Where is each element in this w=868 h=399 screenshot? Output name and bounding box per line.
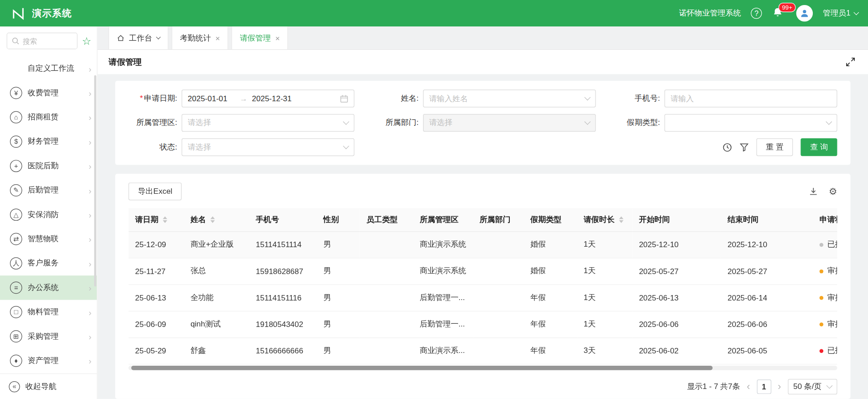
sidebar-item[interactable]: △安保消防› [0,202,97,227]
column-header-name[interactable]: 姓名 [184,208,249,231]
query-button[interactable]: 查 询 [801,138,837,156]
column-header-duration[interactable]: 请假时长 [577,208,632,231]
tab-leave-management[interactable]: 请假管理 × [231,26,288,49]
download-icon[interactable] [809,187,817,196]
cell-phone: 15114151116 [249,285,317,311]
cell-duration: 1天 [577,258,632,284]
table-row[interactable]: 25-06-09qinh测试19180543402男后勤管理一...年假1天20… [128,311,837,337]
scrollbar-thumb[interactable] [131,365,712,370]
cell-emp_type [360,337,413,364]
sidebar-item-label: 客户服务 [28,259,83,269]
status-dot [820,243,823,246]
table-row[interactable]: 25-06-13全功能15114151116男后勤管理一...年假1天2025-… [128,285,837,311]
avatar[interactable] [796,5,813,21]
cell-gender: 男 [317,311,360,337]
name-input[interactable] [429,94,582,103]
chevron-down-icon [343,119,349,125]
sidebar-item[interactable]: 自定义工作流› [0,57,97,81]
filter-funnel-icon[interactable] [740,143,748,151]
tab-attendance[interactable]: 考勤统计 × [172,26,228,49]
sidebar-item[interactable]: ⊞采购管理› [0,324,97,348]
sidebar-item-label: 物料管理 [28,307,83,317]
fee-icon: ¥ [10,87,22,99]
phone-input[interactable] [670,94,831,103]
start-date-input[interactable] [188,94,235,103]
page-title: 请假管理 [109,57,142,67]
leave-type-select[interactable] [664,114,837,132]
notifications-button[interactable]: 99+ [772,7,787,20]
name-select[interactable] [423,90,596,108]
cell-duration: 3天 [577,337,632,364]
sidebar-item[interactable]: ¥收费管理› [0,81,97,105]
sidebar-item[interactable]: ⇄智慧物联› [0,227,97,251]
close-icon[interactable]: × [215,34,220,42]
close-icon[interactable]: × [275,34,280,42]
prev-page-button[interactable]: ‹ [746,382,751,392]
cell-phone: 15114151114 [249,231,317,258]
column-header-date[interactable]: 请日期 [128,208,183,231]
area-select[interactable]: 请选择 [182,114,355,132]
department-select[interactable]: 请选择 [423,114,596,132]
app-title: 演示系统 [32,7,72,20]
settings-icon[interactable]: ⚙ [829,187,837,196]
tab-label: 考勤统计 [180,33,211,43]
sidebar-item[interactable]: ✎后勤管理› [0,178,97,202]
sidebar-item-label: 资产管理 [28,356,83,366]
sidebar-item[interactable]: $财务管理› [0,130,97,154]
sidebar-item[interactable]: ⌂招商租赁› [0,105,97,130]
cell-duration: 1天 [577,311,632,337]
sidebar-item[interactable]: 人客户服务› [0,251,97,275]
current-page-button[interactable]: 1 [757,379,771,394]
sort-icon[interactable] [619,216,623,223]
end-date-input[interactable] [252,94,299,103]
table-toolbar: 导出Excel ⚙ [128,182,837,200]
column-header-start: 开始时间 [633,208,721,231]
tab-workbench[interactable]: 工作台 [109,26,168,49]
sidebar-item[interactable]: ♦资产管理› [0,348,97,373]
column-label: 开始时间 [639,214,670,224]
table-row[interactable]: 25-12-09商业+企业版15114151114男商业演示系统婚假1天2025… [128,231,837,258]
sort-icon[interactable] [210,216,215,223]
horizontal-scrollbar[interactable] [128,365,837,370]
date-range-picker[interactable]: → [182,90,355,108]
sort-icon[interactable] [163,216,167,223]
sidebar-scrollbar[interactable] [94,75,96,286]
field-label: 申请日期: [144,93,178,102]
cell-gender: 男 [317,337,360,364]
leasing-icon: ⌂ [10,111,22,124]
cell-phone: 19180543402 [249,311,317,337]
cell-duration: 1天 [577,231,632,258]
page-size-select[interactable]: 50 条/页 [788,379,837,394]
help-icon[interactable]: ? [751,8,762,19]
table-row[interactable]: 25-11-27张总15918628687男商业演示系统婚假1天2025-05-… [128,258,837,284]
export-excel-button[interactable]: 导出Excel [128,182,182,200]
reset-button[interactable]: 重 置 [757,138,793,156]
search-input[interactable] [23,37,67,45]
hospital-icon: + [10,160,22,172]
cell-leave_type: 年假 [524,337,577,364]
status-select[interactable]: 请选择 [182,138,355,156]
chevron-down-icon [826,382,833,389]
table-row[interactable]: 25-05-29舒鑫15166666666男商业演示系...年假3天2025-0… [128,337,837,364]
column-label: 性别 [324,214,339,224]
favorites-star-icon[interactable]: ☆ [82,36,92,46]
sidebar-item-label: 安保消防 [28,210,83,220]
home-icon [117,34,125,42]
chevron-right-icon: › [89,113,91,122]
collapse-nav-button[interactable]: « 收起导航 [0,373,97,399]
cell-end: 2025-12-10 [721,231,813,258]
sidebar-item[interactable]: □物料管理› [0,300,97,324]
status-text: 审批中 [827,319,837,328]
user-menu[interactable]: 管理员1 [823,8,858,18]
user-name: 管理员1 [823,8,850,18]
history-clock-icon[interactable] [723,142,732,152]
sidebar-item[interactable]: +医院后勤› [0,154,97,178]
phone-input-wrap[interactable] [664,90,837,108]
chevron-right-icon: › [89,210,91,219]
sidebar-item[interactable]: ≡办公系统› [0,275,97,300]
sidebar-item-label: 办公系统 [28,283,83,293]
fullscreen-icon[interactable] [846,57,855,66]
search-icon [11,37,19,45]
next-page-button[interactable]: › [777,382,782,392]
notification-badge: 99+ [779,3,795,12]
